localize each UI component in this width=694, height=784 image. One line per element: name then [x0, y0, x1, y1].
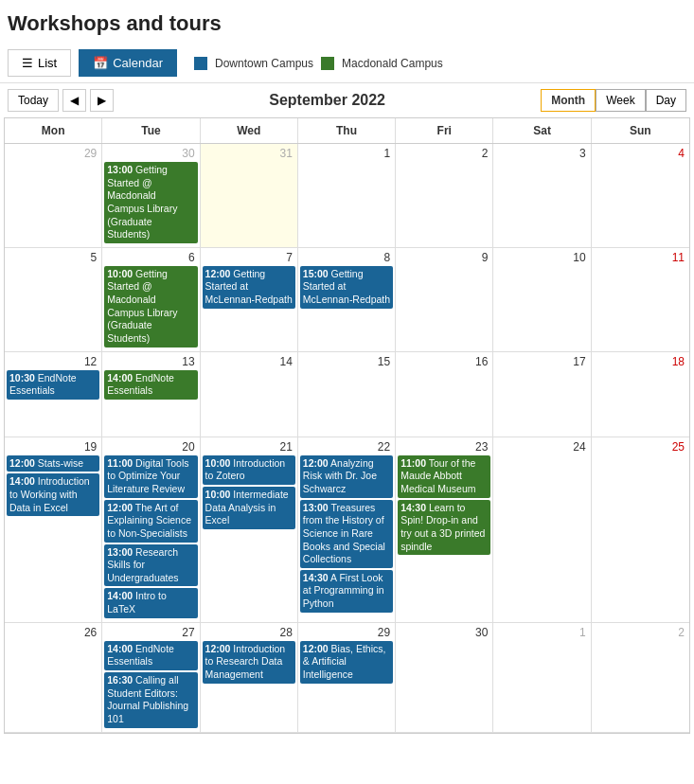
calendar-cell: 26 [5, 623, 102, 733]
legend: Downtown Campus Macdonald Campus [194, 57, 443, 70]
calendar-cell: 24 [493, 437, 591, 623]
day-number: 2 [594, 625, 687, 641]
calendar-cell: 1 [493, 623, 591, 733]
calendar-event[interactable]: 10:00 Introduction to Zotero [203, 455, 295, 485]
calendar-event[interactable]: 14:00 Intro to LaTeX [104, 588, 197, 617]
day-number: 13 [104, 354, 197, 370]
header-thu: Thu [298, 118, 396, 143]
day-view-button[interactable]: Day [646, 89, 686, 112]
calendar-cell: 11 [592, 248, 689, 352]
day-number: 9 [398, 250, 490, 266]
day-number: 26 [7, 625, 99, 641]
calendar-cell: 1912:00 Stats-wise14:00 Introduction to … [5, 437, 102, 623]
day-number: 23 [398, 439, 490, 455]
calendar-event[interactable]: 14:00 EndNote Essentials [104, 370, 197, 400]
calendar-event[interactable]: 13:00 Getting Started @ Macdonald Campus… [104, 162, 197, 243]
calendar-cell: 2912:00 Bias, Ethics, & Artificial Intel… [298, 623, 396, 733]
day-number: 3 [495, 146, 588, 162]
calendar-icon: 📅 [93, 56, 108, 70]
downtown-legend-label: Downtown Campus [215, 57, 313, 70]
calendar-cell: 9 [396, 248, 493, 352]
next-button[interactable]: ▶ [90, 89, 114, 112]
month-title: September 2022 [269, 92, 385, 109]
calendar-cell: 712:00 Getting Started at McLennan-Redpa… [201, 248, 298, 352]
calendar-cell: 2011:00 Digital Tools to Optimize Your L… [102, 437, 200, 623]
calendar-header: Mon Tue Wed Thu Fri Sat Sun [5, 118, 689, 144]
calendar-cell: 2110:00 Introduction to Zotero10:00 Inte… [201, 437, 298, 623]
calendar-event[interactable]: 14:00 Introduction to Working with Data … [7, 473, 99, 516]
calendar-event[interactable]: 10:00 Intermediate Data Analysis in Exce… [203, 487, 295, 529]
header-fri: Fri [396, 118, 493, 143]
calendar-event[interactable]: 15:00 Getting Started at McLennan-Redpat… [300, 266, 393, 309]
header-sun: Sun [592, 118, 689, 143]
day-number: 2 [398, 146, 490, 162]
nav-left: Today ◀ ▶ [8, 89, 114, 112]
calendar-cell: 2714:00 EndNote Essentials16:30 Calling … [102, 623, 200, 733]
calendar-cell: 2 [396, 144, 493, 248]
header-sat: Sat [493, 118, 591, 143]
downtown-legend-icon [194, 57, 207, 70]
day-number: 1 [300, 146, 393, 162]
calendar-event[interactable]: 13:00 Treasures from the History of Scie… [300, 500, 393, 568]
calendar-event[interactable]: 12:00 Analyzing Risk with Dr. Joe Schwar… [300, 455, 393, 498]
day-number: 29 [7, 146, 99, 162]
macdonald-legend-icon [321, 57, 334, 70]
calendar-event[interactable]: 12:00 Introduction to Research Data Mana… [203, 641, 295, 684]
calendar-event[interactable]: 10:00 Getting Started @ Macdonald Campus… [104, 266, 197, 347]
calendar-cell: 17 [493, 352, 591, 437]
calendar-cell: 3013:00 Getting Started @ Macdonald Camp… [102, 144, 200, 248]
day-number: 11 [594, 250, 687, 266]
calendar-cell: 815:00 Getting Started at McLennan-Redpa… [298, 248, 396, 352]
day-number: 18 [594, 354, 687, 370]
day-number: 16 [398, 354, 490, 370]
calendar-cell: 25 [592, 437, 689, 623]
day-number: 1 [495, 625, 588, 641]
list-icon: ☰ [22, 56, 33, 70]
day-number: 22 [300, 439, 393, 455]
calendar-event[interactable]: 11:00 Tour of the Maude Abbott Medical M… [398, 455, 490, 498]
header-mon: Mon [5, 118, 102, 143]
calendar-body: 293013:00 Getting Started @ Macdonald Ca… [5, 144, 689, 733]
calendar-cell: 2812:00 Introduction to Research Data Ma… [201, 623, 298, 733]
prev-button[interactable]: ◀ [62, 89, 86, 112]
calendar-event[interactable]: 13:00 Research Skills for Undergraduates [104, 544, 197, 587]
calendar-view-button[interactable]: 📅 Calendar [79, 49, 177, 77]
day-number: 24 [495, 439, 588, 455]
calendar-cell: 14 [201, 352, 298, 437]
day-number: 10 [495, 250, 588, 266]
day-number: 7 [203, 250, 295, 266]
page-title: Workshops and tours [0, 0, 694, 44]
list-view-button[interactable]: ☰ List [8, 49, 71, 77]
calendar-event[interactable]: 10:30 EndNote Essentials [7, 370, 99, 400]
calendar-cell: 10 [493, 248, 591, 352]
day-number: 15 [300, 354, 393, 370]
calendar-event[interactable]: 14:00 EndNote Essentials [104, 641, 197, 670]
macdonald-legend-label: Macdonald Campus [342, 57, 443, 70]
calendar-cell: 15 [298, 352, 396, 437]
calendar-cell: 4 [592, 144, 689, 248]
calendar-nav: Today ◀ ▶ September 2022 Month Week Day [0, 83, 694, 117]
week-view-button[interactable]: Week [596, 89, 645, 112]
day-number: 31 [203, 146, 295, 162]
calendar-cell: 2311:00 Tour of the Maude Abbott Medical… [396, 437, 493, 623]
calendar-event[interactable]: 12:00 Stats-wise [7, 455, 99, 472]
month-view-button[interactable]: Month [541, 89, 596, 112]
calendar-event[interactable]: 12:00 The Art of Explaining Science to N… [104, 500, 197, 543]
calendar-cell: 3 [493, 144, 591, 248]
calendar-event[interactable]: 14:30 A First Look at Programming in Pyt… [300, 570, 393, 613]
calendar-event[interactable]: 16:30 Calling all Student Editors: Journ… [104, 672, 197, 728]
day-number: 29 [300, 625, 393, 641]
calendar-cell: 1314:00 EndNote Essentials [102, 352, 200, 437]
day-number: 20 [104, 439, 197, 455]
calendar-event[interactable]: 12:00 Bias, Ethics, & Artificial Intelli… [300, 641, 393, 684]
day-number: 27 [104, 625, 197, 641]
calendar-event[interactable]: 11:00 Digital Tools to Optimize Your Lit… [104, 455, 197, 498]
today-button[interactable]: Today [8, 89, 59, 112]
calendar-event[interactable]: 14:30 Learn to Spin! Drop-in and try out… [398, 500, 490, 556]
header-wed: Wed [201, 118, 298, 143]
calendar-event[interactable]: 12:00 Getting Started at McLennan-Redpat… [203, 266, 295, 309]
day-number: 6 [104, 250, 197, 266]
day-number: 30 [398, 625, 490, 641]
day-number: 25 [594, 439, 687, 455]
calendar-cell: 5 [5, 248, 102, 352]
